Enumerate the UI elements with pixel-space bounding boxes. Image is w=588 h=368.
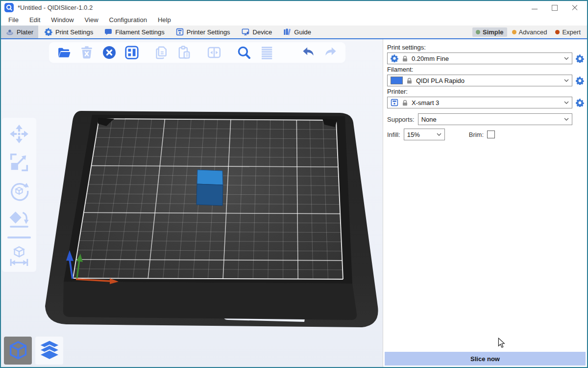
mode-simple[interactable]: Simple	[472, 27, 507, 37]
mode-label: Expert	[562, 28, 581, 36]
printer-icon	[391, 99, 398, 106]
tab-filament-settings[interactable]: Filament Settings	[99, 26, 169, 38]
mode-advanced[interactable]: Advanced	[509, 27, 551, 37]
undo-icon	[301, 45, 316, 60]
filament-value: QIDI PLA Rapido	[416, 77, 561, 84]
main-area: Print settings: 0.20mm Fine	[1, 39, 587, 367]
delete-all-icon	[102, 45, 117, 60]
filament-gear-button[interactable]	[575, 76, 584, 85]
menu-file[interactable]: File	[3, 15, 24, 25]
print-settings-value: 0.20mm Fine	[412, 55, 561, 62]
mode-switcher: Simple Advanced Expert	[472, 26, 587, 38]
minimize-button[interactable]	[531, 4, 538, 11]
undo-button[interactable]	[300, 45, 316, 61]
move-tool-button[interactable]	[8, 123, 30, 145]
cube-3d-icon	[6, 339, 30, 363]
printer-combo[interactable]: X-smart 3	[387, 97, 572, 108]
left-toolbar	[2, 118, 36, 272]
variable-layer-height-button[interactable]	[258, 45, 274, 61]
plater-icon	[6, 28, 14, 36]
layers-icon	[37, 339, 62, 363]
gear-icon	[45, 28, 52, 36]
paste-icon	[177, 45, 192, 60]
infill-combo[interactable]: 15%	[404, 129, 445, 140]
menu-configuration[interactable]: Configuration	[104, 15, 152, 25]
menu-help[interactable]: Help	[152, 15, 176, 25]
tab-print-settings[interactable]: Print Settings	[40, 26, 98, 38]
infill-label: Infill:	[387, 131, 400, 138]
chevron-down-icon	[564, 57, 569, 60]
tab-label: Filament Settings	[115, 28, 164, 36]
redo-button[interactable]	[322, 45, 339, 61]
minimize-icon	[532, 9, 538, 9]
search-icon	[237, 45, 251, 60]
chevron-down-icon	[437, 133, 441, 136]
editor-3d-toggle[interactable]	[4, 337, 32, 365]
printer-gear-button[interactable]	[575, 98, 584, 107]
arrange-icon	[124, 45, 139, 60]
delete-all-button[interactable]	[101, 45, 117, 61]
lock-icon	[402, 55, 408, 62]
brim-checkbox[interactable]	[487, 131, 495, 138]
copy-button[interactable]	[153, 45, 170, 61]
tab-device[interactable]: Device	[237, 26, 277, 38]
toolbar-divider	[7, 237, 31, 238]
menu-bar: File Edit Window View Configuration Help	[1, 14, 587, 26]
model-cube[interactable]	[196, 170, 223, 206]
measure-tool-button[interactable]	[8, 244, 30, 267]
place-on-face-icon	[9, 209, 29, 230]
open-folder-icon	[57, 45, 72, 60]
qidislicer-window: { "window": { "title": "*Untitled - QIDI…	[0, 0, 588, 368]
scale-icon	[9, 152, 29, 173]
slice-now-button[interactable]: Slice now	[385, 352, 586, 366]
filament-color-swatch	[391, 77, 403, 84]
search-button[interactable]	[236, 45, 252, 61]
print-settings-gear-button[interactable]	[575, 54, 584, 63]
close-button[interactable]	[571, 4, 578, 11]
rotate-tool-button[interactable]	[8, 180, 30, 202]
supports-combo[interactable]: None	[418, 113, 572, 125]
measure-icon	[9, 245, 29, 266]
delete-button[interactable]	[78, 45, 95, 61]
lock-icon	[402, 100, 408, 106]
maximize-icon	[552, 5, 558, 11]
window-title: *Untitled - QIDISlicer-1.0.2	[18, 4, 93, 11]
maximize-button[interactable]	[551, 4, 558, 11]
tab-printer-settings[interactable]: Printer Settings	[171, 26, 235, 38]
window-controls	[531, 4, 587, 11]
preview-toggle[interactable]	[35, 337, 63, 365]
chevron-down-icon	[564, 79, 569, 82]
brim-label: Brim:	[469, 131, 484, 138]
trash-icon	[79, 45, 94, 60]
filament-combo[interactable]: QIDI PLA Rapido	[387, 75, 572, 86]
supports-value: None	[421, 116, 561, 123]
viewport-3d[interactable]	[1, 39, 383, 367]
mode-expert[interactable]: Expert	[552, 27, 584, 37]
settings-panel: Print settings: 0.20mm Fine	[383, 39, 587, 367]
guide-icon	[283, 28, 291, 36]
tab-plater[interactable]: Plater	[1, 26, 38, 38]
chevron-down-icon	[564, 101, 569, 104]
close-icon	[572, 5, 578, 11]
move-icon	[9, 124, 29, 144]
place-on-face-tool-button[interactable]	[8, 208, 30, 231]
tab-guide[interactable]: Guide	[278, 26, 316, 38]
expert-dot-icon	[555, 30, 560, 34]
split-objects-button[interactable]	[206, 45, 222, 61]
menu-window[interactable]: Window	[46, 15, 79, 25]
gear-icon	[576, 77, 584, 85]
open-button[interactable]	[56, 45, 72, 61]
paste-button[interactable]	[176, 45, 192, 61]
menu-view[interactable]: View	[79, 15, 104, 25]
menu-edit[interactable]: Edit	[24, 15, 46, 25]
printer-label: Printer:	[387, 88, 584, 95]
print-settings-label: Print settings:	[387, 44, 584, 51]
redo-icon	[323, 45, 338, 60]
scale-tool-button[interactable]	[8, 151, 30, 174]
copy-icon	[154, 45, 169, 60]
supports-label: Supports:	[387, 116, 415, 123]
tab-label: Plater	[17, 28, 33, 36]
mouse-cursor	[497, 338, 507, 348]
arrange-button[interactable]	[123, 45, 140, 61]
print-settings-combo[interactable]: 0.20mm Fine	[387, 53, 572, 64]
